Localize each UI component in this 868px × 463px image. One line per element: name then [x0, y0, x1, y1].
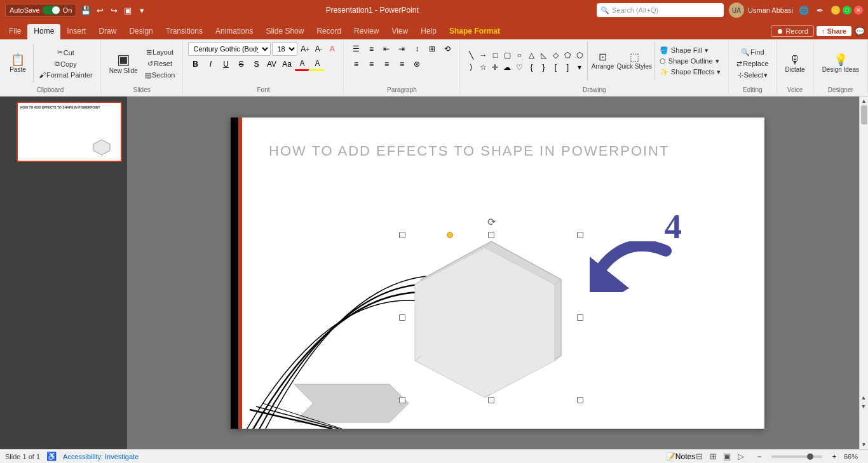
text-direction-button[interactable]: ⟲ — [440, 42, 454, 56]
shapes-more[interactable]: ▾ — [574, 62, 585, 73]
shape-cloud[interactable]: ☁ — [501, 62, 513, 73]
shape-rect[interactable]: □ — [489, 50, 501, 61]
scroll-up-button[interactable]: ▲ — [860, 97, 869, 105]
reset-button[interactable]: ↺ Reset — [142, 58, 178, 69]
increase-font-button[interactable]: A+ — [299, 42, 311, 56]
new-slide-button[interactable]: ▣ New Slide — [106, 51, 141, 76]
normal-view-button[interactable]: ⊟ — [693, 451, 705, 462]
slide-1-thumbnail[interactable]: HOW TO ADD EFFECTS TO SHAPE IN POWERPOIN… — [17, 102, 122, 162]
rotate-handle[interactable]: ⟳ — [487, 216, 496, 228]
zoom-level[interactable]: 66% — [844, 453, 863, 460]
layout-button[interactable]: ⊞ Layout — [142, 47, 178, 58]
shape-plus[interactable]: ✛ — [489, 62, 501, 73]
shape-rounded-rect[interactable]: ▢ — [501, 50, 513, 61]
close-button[interactable]: ✕ — [854, 6, 863, 15]
shape-line[interactable]: ╲ — [465, 50, 477, 61]
shape-rt-triangle[interactable]: ◺ — [538, 50, 549, 61]
record-button[interactable]: ⏺ Record — [771, 25, 814, 37]
comments-icon[interactable]: 💬 — [854, 25, 865, 37]
tab-help[interactable]: Help — [414, 24, 443, 39]
scroll-track[interactable] — [860, 105, 869, 440]
notes-button[interactable]: 📝 Notes — [674, 450, 688, 464]
tab-record[interactable]: Record — [310, 24, 348, 39]
handle-mr[interactable] — [577, 314, 583, 321]
pen-icon[interactable]: ✒ — [815, 4, 826, 16]
present-icon[interactable]: ▣ — [122, 4, 133, 16]
font-color-button[interactable]: A — [295, 57, 309, 71]
shape-bracket-l[interactable]: [ — [550, 62, 561, 73]
slide-sorter-button[interactable]: ⊞ — [707, 451, 719, 462]
shape-outline-button[interactable]: ⬡ Shape Outline ▾ — [657, 57, 723, 66]
shape-fill-button[interactable]: 🪣 Shape Fill ▾ — [657, 46, 723, 55]
font-family-select[interactable]: Century Gothic (Body) — [188, 42, 271, 56]
handle-yellow[interactable] — [447, 232, 453, 238]
bold-button[interactable]: B — [188, 57, 202, 71]
search-bar[interactable]: 🔍 Search (Alt+Q) — [597, 3, 724, 17]
tab-transitions[interactable]: Transitions — [159, 24, 209, 39]
align-left-button[interactable]: ≡ — [349, 57, 363, 71]
scroll-down-button[interactable]: ▼ — [860, 440, 869, 449]
customize-icon[interactable]: ▾ — [136, 4, 147, 16]
find-button[interactable]: 🔍 Find — [734, 47, 771, 58]
underline-button[interactable]: U — [219, 57, 233, 71]
font-size-select[interactable]: 18 — [272, 42, 297, 56]
tab-view[interactable]: View — [385, 24, 414, 39]
prev-slide-button[interactable]: ▲ — [859, 393, 868, 402]
shape-triangle[interactable]: △ — [526, 50, 537, 61]
italic-button[interactable]: I — [203, 57, 217, 71]
format-painter-button[interactable]: 🖌 Format Painter — [36, 70, 95, 80]
dictate-button[interactable]: 🎙 Dictate — [782, 52, 808, 75]
shape-brace-l[interactable]: { — [526, 62, 537, 73]
shape-arrow-line[interactable]: → — [477, 50, 489, 61]
tab-file[interactable]: File — [3, 24, 27, 39]
shadow-button[interactable]: S — [249, 57, 263, 71]
maximize-button[interactable]: □ — [843, 6, 851, 15]
shape-oval[interactable]: ○ — [513, 50, 525, 61]
clear-format-button[interactable]: A — [326, 42, 338, 56]
tab-animations[interactable]: Animations — [209, 24, 259, 39]
paste-button[interactable]: 📋 Paste — [5, 51, 31, 76]
justify-button[interactable]: ≡ — [395, 57, 409, 71]
handle-ml[interactable] — [399, 314, 405, 321]
tab-review[interactable]: Review — [348, 24, 385, 39]
globe-icon[interactable]: 🌐 — [798, 4, 810, 16]
cut-button[interactable]: ✂ Cut — [36, 47, 95, 58]
next-slide-button[interactable]: ▼ — [859, 402, 868, 411]
zoom-out-button[interactable]: − — [752, 450, 766, 464]
replace-button[interactable]: ⇄ Replace — [734, 58, 771, 69]
numbering-button[interactable]: ≡ — [364, 42, 378, 56]
slideshow-button[interactable]: ▷ — [735, 451, 747, 462]
shape-heart[interactable]: ♡ — [513, 62, 525, 73]
align-center-button[interactable]: ≡ — [364, 57, 378, 71]
share-button[interactable]: ↑ Share — [817, 26, 851, 36]
handle-bm[interactable] — [488, 397, 494, 403]
handle-br[interactable] — [577, 397, 583, 403]
accessibility-text[interactable]: Accessibility: Investigate — [63, 453, 139, 460]
design-ideas-button[interactable]: 💡 Design Ideas — [819, 52, 862, 75]
handle-tr[interactable] — [577, 232, 583, 238]
autosave-toggle[interactable]: AutoSave On — [5, 4, 76, 17]
smartart-button[interactable]: ⊛ — [410, 57, 424, 71]
shape-hex[interactable]: ⬡ — [574, 50, 585, 61]
section-button[interactable]: ▤ Section — [142, 70, 178, 81]
shape-diamond[interactable]: ◇ — [550, 50, 561, 61]
shape-bracket-r[interactable]: ] — [562, 62, 573, 73]
tab-design[interactable]: Design — [123, 24, 159, 39]
arrange-button[interactable]: ⊡ Arrange — [590, 50, 615, 72]
tab-draw[interactable]: Draw — [92, 24, 123, 39]
shape-effects-button[interactable]: ✨ Shape Effects ▾ — [657, 67, 723, 77]
handle-tl[interactable] — [399, 232, 405, 238]
line-spacing-button[interactable]: ↕ — [410, 42, 424, 56]
shape-star[interactable]: ☆ — [477, 62, 489, 73]
quick-styles-button[interactable]: ⬚ Quick Styles — [616, 50, 653, 72]
decrease-indent-button[interactable]: ⇤ — [379, 42, 393, 56]
tab-shapeformat[interactable]: Shape Format — [443, 24, 506, 39]
zoom-in-button[interactable]: + — [827, 450, 841, 464]
char-spacing-button[interactable]: AV — [264, 57, 278, 71]
highlight-button[interactable]: A — [310, 57, 324, 71]
shape-chevron[interactable]: ⟩ — [465, 62, 477, 73]
columns-button[interactable]: ⊞ — [425, 42, 439, 56]
strikethrough-button[interactable]: S — [234, 57, 248, 71]
decrease-font-button[interactable]: A- — [313, 42, 325, 56]
reading-view-button[interactable]: ▣ — [721, 451, 733, 462]
